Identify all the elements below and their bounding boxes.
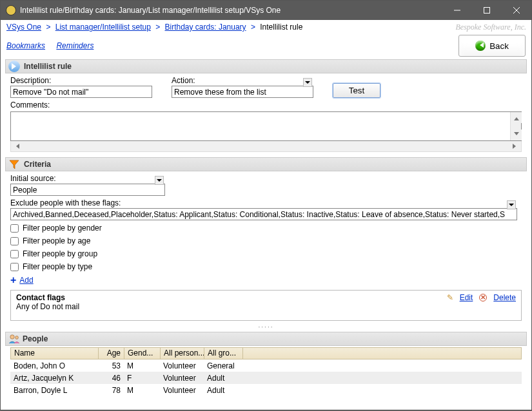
section-title: Intellilist rule [24, 62, 72, 71]
reminders-link[interactable]: Reminders [56, 41, 94, 50]
cell-groups: General [204, 361, 242, 371]
filter-type-label: Filter people by type [23, 262, 92, 271]
pencil-icon: ✎ [447, 293, 453, 302]
filter-age-checkbox[interactable] [10, 237, 19, 245]
svg-marker-4 [10, 160, 19, 169]
breadcrumb-link[interactable]: VSys One [6, 23, 41, 32]
contact-flags-title: Contact flags [16, 293, 516, 302]
back-button[interactable]: Back [458, 35, 526, 57]
col-gender[interactable]: Gend... [124, 348, 161, 359]
scroll-up-icon[interactable] [511, 112, 522, 123]
contact-flags-subtitle: Any of Do not mail [16, 302, 516, 311]
breadcrumb: VSys One > List manager/Intellilist setu… [3, 21, 529, 33]
titlebar[interactable]: Intellilist rule/Birthday cards: January… [1, 1, 531, 20]
contact-flags-panel: Contact flags Any of Do not mail ✎ Edit … [10, 290, 522, 321]
maximize-button[interactable] [472, 1, 502, 20]
exclude-flags-select[interactable] [10, 208, 517, 220]
scroll-right-icon[interactable] [510, 141, 521, 151]
breadcrumb-link[interactable]: List manager/Intellilist setup [55, 23, 151, 32]
table-row[interactable]: Boden, John O 53 M Volunteer General [10, 359, 522, 372]
section-header-rule[interactable]: Intellilist rule [5, 59, 527, 73]
svg-rect-1 [484, 8, 490, 14]
filter-type-checkbox[interactable] [10, 263, 19, 271]
minimize-button[interactable] [442, 1, 472, 20]
comments-textarea[interactable] [10, 111, 522, 141]
link-bar: Bookmarks Reminders [6, 41, 103, 50]
scroll-down-icon[interactable] [511, 129, 522, 140]
col-person[interactable]: All person... [161, 348, 204, 359]
chevron-right-icon: > [251, 23, 255, 32]
play-circle-icon [8, 61, 20, 72]
exclude-flags-label: Exclude people with these flags: [10, 198, 517, 207]
close-button[interactable] [502, 1, 531, 20]
delete-circle-icon: ✕ [479, 294, 487, 301]
svg-point-5 [10, 335, 14, 339]
cell-person: Volunteer [160, 373, 204, 383]
description-input[interactable] [10, 86, 152, 98]
splitter-grip-icon[interactable]: ····· [3, 323, 529, 330]
action-select[interactable] [172, 86, 313, 98]
brand-label: Bespoke Software, Inc. [455, 23, 526, 32]
section-header-criteria[interactable]: Criteria [5, 157, 527, 171]
funnel-icon [8, 158, 20, 170]
section-title: Criteria [24, 160, 51, 169]
filter-gender-checkbox[interactable] [10, 224, 19, 233]
breadcrumb-link[interactable]: Birthday cards: January [165, 23, 246, 32]
scroll-left-icon[interactable] [11, 141, 22, 151]
dropdown-arrow-icon[interactable] [155, 176, 164, 185]
description-label: Description: [10, 76, 152, 85]
delete-link[interactable]: Delete [493, 293, 516, 302]
filter-group-checkbox[interactable] [10, 250, 19, 258]
edit-link[interactable]: Edit [460, 293, 473, 302]
bookmarks-link[interactable]: Bookmarks [6, 41, 45, 50]
people-icon [8, 334, 20, 344]
chevron-right-icon: > [155, 23, 160, 32]
cell-age: 53 [98, 361, 124, 371]
table-row[interactable]: Artz, Jacquelyn K 46 F Volunteer Adult [10, 372, 522, 384]
cell-groups: Adult [204, 385, 242, 396]
cell-gender: F [124, 373, 160, 383]
window-title: Intellilist rule/Birthday cards: January… [20, 6, 442, 15]
plus-icon: + [10, 276, 16, 284]
filter-group-label: Filter people by group [23, 249, 97, 258]
cell-gender: M [124, 361, 160, 371]
back-button-label: Back [489, 41, 509, 51]
dropdown-arrow-icon[interactable] [303, 78, 312, 87]
initial-source-select[interactable] [10, 184, 165, 196]
section-header-people[interactable]: People [5, 332, 527, 346]
add-link[interactable]: Add [19, 276, 33, 285]
people-table-header[interactable]: Name Age Gend... All person... All gro..… [10, 347, 522, 359]
table-row[interactable]: Barron, Doyle L 78 M Volunteer Adult [10, 384, 522, 396]
action-label: Action: [172, 76, 313, 85]
cell-person: Volunteer [160, 361, 204, 371]
cell-age: 78 [98, 385, 124, 396]
chevron-right-icon: > [46, 23, 50, 32]
cell-groups: Adult [204, 373, 242, 383]
comments-label: Comments: [10, 100, 522, 110]
filter-age-label: Filter people by age [23, 236, 90, 245]
col-groups[interactable]: All gro... [204, 348, 243, 359]
cell-age: 46 [98, 373, 124, 383]
cell-name: Artz, Jacquelyn K [10, 373, 98, 383]
col-name[interactable]: Name [11, 348, 99, 359]
initial-source-label: Initial source: [10, 174, 165, 183]
test-button[interactable]: Test [333, 83, 380, 98]
cell-person: Volunteer [160, 385, 204, 396]
back-arrow-icon [475, 41, 486, 51]
cell-name: Barron, Doyle L [10, 385, 98, 396]
add-filter-row: + Add [3, 273, 529, 287]
cell-name: Boden, John O [10, 361, 98, 371]
dropdown-arrow-icon[interactable] [507, 200, 516, 209]
section-title: People [23, 334, 48, 343]
app-icon [6, 5, 16, 15]
vertical-scrollbar[interactable] [510, 112, 521, 140]
cell-gender: M [124, 385, 160, 396]
filter-gender-label: Filter people by gender [23, 224, 102, 233]
svg-point-6 [15, 336, 19, 339]
horizontal-scrollbar[interactable] [10, 141, 522, 152]
breadcrumb-current: Intellilist rule [260, 23, 302, 32]
col-age[interactable]: Age [99, 348, 124, 359]
